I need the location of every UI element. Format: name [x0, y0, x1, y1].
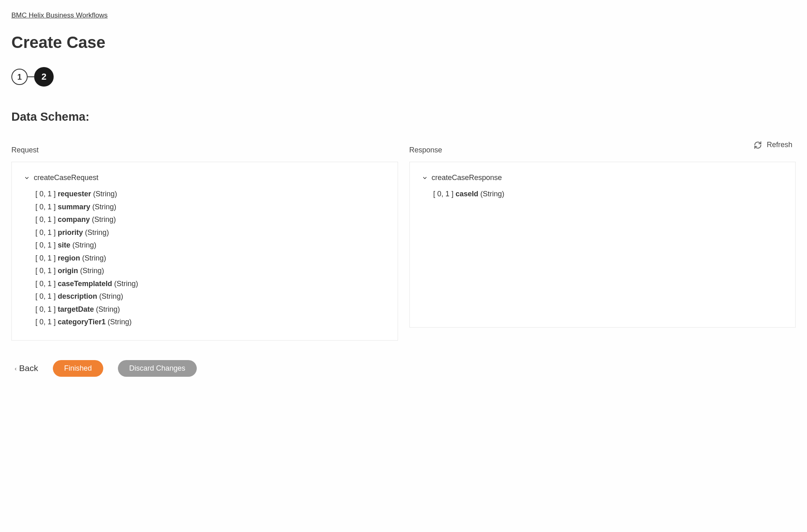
schema-field: [ 0, 1 ] caseTemplateId (String)	[35, 278, 385, 291]
schema-field: [ 0, 1 ] summary (String)	[35, 201, 385, 214]
finished-button[interactable]: Finished	[53, 360, 103, 377]
request-schema-box: createCaseRequest [ 0, 1 ] requester (St…	[11, 162, 398, 341]
field-cardinality: [ 0, 1 ]	[35, 305, 58, 313]
schema-field: [ 0, 1 ] priority (String)	[35, 226, 385, 239]
field-cardinality: [ 0, 1 ]	[35, 241, 58, 249]
request-column: Request createCaseRequest [ 0, 1 ] reque…	[11, 146, 398, 341]
schema-field: [ 0, 1 ] caseId (String)	[433, 188, 783, 201]
field-cardinality: [ 0, 1 ]	[35, 190, 58, 198]
field-type: (String)	[90, 215, 116, 224]
chevron-down-icon	[24, 175, 30, 181]
field-type: (String)	[112, 280, 138, 288]
response-schema-box: createCaseResponse [ 0, 1 ] caseId (Stri…	[409, 162, 796, 328]
field-type: (String)	[106, 318, 132, 326]
field-name: region	[58, 254, 80, 262]
section-title-data-schema: Data Schema:	[11, 110, 796, 124]
field-type: (String)	[83, 228, 109, 237]
field-cardinality: [ 0, 1 ]	[35, 292, 58, 300]
field-cardinality: [ 0, 1 ]	[35, 215, 58, 224]
field-type: (String)	[78, 267, 104, 275]
chevron-down-icon	[422, 175, 428, 181]
field-cardinality: [ 0, 1 ]	[35, 228, 58, 237]
request-fields: [ 0, 1 ] requester (String)[ 0, 1 ] summ…	[24, 188, 385, 329]
field-name: company	[58, 215, 90, 224]
field-type: (String)	[80, 254, 106, 262]
schema-field: [ 0, 1 ] region (String)	[35, 252, 385, 265]
schema-field: [ 0, 1 ] targetDate (String)	[35, 303, 385, 316]
field-cardinality: [ 0, 1 ]	[433, 190, 456, 198]
field-type: (String)	[479, 190, 505, 198]
field-type: (String)	[97, 292, 123, 300]
schema-field: [ 0, 1 ] requester (String)	[35, 188, 385, 201]
request-root-name: createCaseRequest	[34, 174, 98, 182]
response-root-name: createCaseResponse	[432, 174, 502, 182]
back-label: Back	[19, 363, 38, 373]
stepper: 1 2	[11, 67, 796, 87]
request-root-toggle[interactable]: createCaseRequest	[24, 174, 385, 182]
field-name: requester	[58, 190, 91, 198]
response-label: Response	[409, 146, 796, 154]
schema-field: [ 0, 1 ] company (String)	[35, 213, 385, 226]
back-button[interactable]: ‹ Back	[15, 363, 38, 373]
field-type: (String)	[90, 203, 116, 211]
field-name: summary	[58, 203, 90, 211]
response-fields: [ 0, 1 ] caseId (String)	[422, 188, 783, 201]
request-label: Request	[11, 146, 398, 154]
field-cardinality: [ 0, 1 ]	[35, 267, 58, 275]
field-name: categoryTier1	[58, 318, 106, 326]
schema-field: [ 0, 1 ] origin (String)	[35, 265, 385, 278]
footer: ‹ Back Finished Discard Changes	[11, 360, 796, 377]
response-root-toggle[interactable]: createCaseResponse	[422, 174, 783, 182]
field-type: (String)	[94, 305, 120, 313]
field-cardinality: [ 0, 1 ]	[35, 203, 58, 211]
field-type: (String)	[91, 190, 117, 198]
field-name: caseTemplateId	[58, 280, 112, 288]
field-name: caseId	[456, 190, 479, 198]
response-column: Response createCaseResponse [ 0, 1 ] cas…	[409, 146, 796, 341]
field-cardinality: [ 0, 1 ]	[35, 280, 58, 288]
schema-field: [ 0, 1 ] site (String)	[35, 239, 385, 252]
field-cardinality: [ 0, 1 ]	[35, 254, 58, 262]
schema-field: [ 0, 1 ] categoryTier1 (String)	[35, 316, 385, 329]
field-cardinality: [ 0, 1 ]	[35, 318, 58, 326]
field-name: priority	[58, 228, 83, 237]
step-connector	[28, 76, 34, 77]
step-1[interactable]: 1	[11, 69, 28, 85]
discard-button[interactable]: Discard Changes	[118, 360, 197, 377]
step-2[interactable]: 2	[34, 67, 54, 87]
chevron-left-icon: ‹	[15, 365, 17, 372]
schema-field: [ 0, 1 ] description (String)	[35, 290, 385, 303]
page-title: Create Case	[11, 33, 796, 52]
field-type: (String)	[70, 241, 96, 249]
field-name: targetDate	[58, 305, 94, 313]
breadcrumb[interactable]: BMC Helix Business Workflows	[11, 11, 108, 20]
field-name: description	[58, 292, 97, 300]
field-name: site	[58, 241, 70, 249]
field-name: origin	[58, 267, 78, 275]
